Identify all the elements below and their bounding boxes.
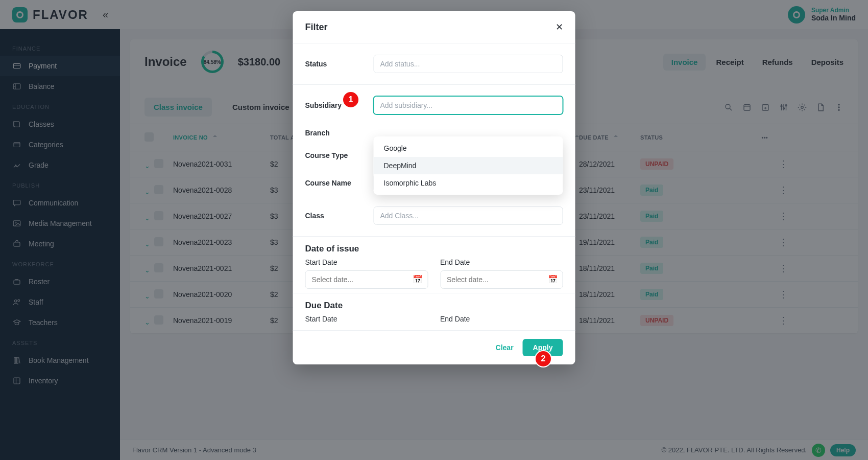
label-status: Status [305,60,361,68]
label-due-end: End Date [440,315,563,323]
dropdown-option[interactable]: Isomorphic Labs [374,174,563,192]
label-course-type: Course Type [305,151,361,159]
annotation-2: 2 [536,351,551,366]
dropdown-option[interactable]: Google [374,140,563,157]
class-input[interactable] [374,206,563,225]
issue-end-input[interactable] [440,270,563,289]
label-start-date: Start Date [305,258,428,266]
calendar-icon[interactable]: 📅 [548,274,558,284]
label-class: Class [305,212,361,220]
subsidiary-input[interactable] [374,96,563,114]
close-icon[interactable]: ✕ [556,21,563,33]
label-due-start: Start Date [305,315,428,323]
clear-button[interactable]: Clear [496,343,514,352]
section-due-date: Due Date [305,301,563,311]
annotation-1: 1 [343,92,358,107]
modal-title: Filter [305,22,328,33]
calendar-icon[interactable]: 📅 [413,274,423,284]
filter-modal: Filter ✕ Status Subsidiary Branch Course… [293,11,575,364]
dropdown-option[interactable]: DeepMind [374,157,563,174]
label-course-name: Course Name [305,179,361,187]
subsidiary-dropdown: GoogleDeepMindIsomorphic Labs [374,136,563,195]
status-input[interactable] [374,55,563,73]
label-end-date: End Date [440,258,563,266]
section-date-issue: Date of issue [305,244,563,254]
issue-start-input[interactable] [305,270,428,289]
label-branch: Branch [305,129,361,137]
